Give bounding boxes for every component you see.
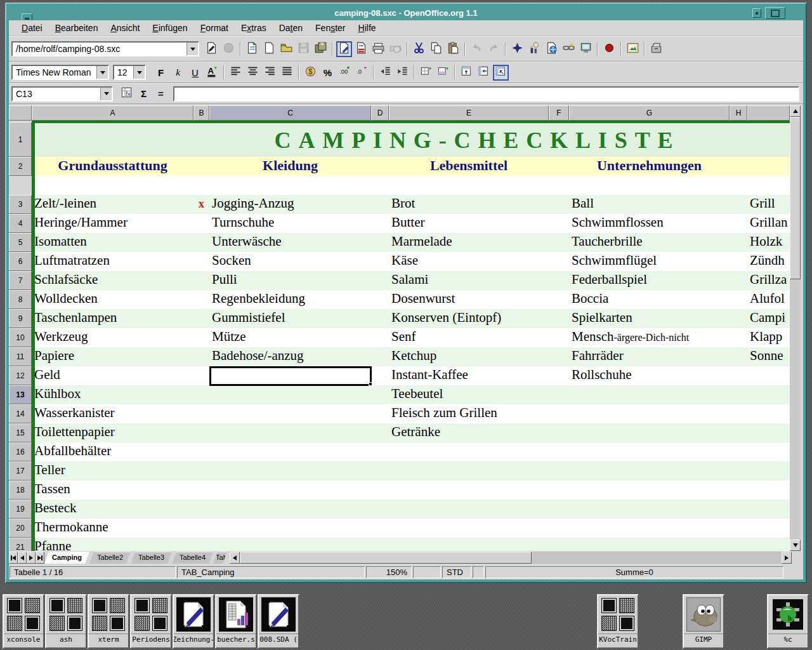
- autopilot-button[interactable]: [527, 41, 542, 57]
- row-header-15[interactable]: 15: [9, 423, 32, 442]
- desktop-icon-ash[interactable]: ash: [45, 594, 87, 649]
- borders-button[interactable]: [418, 65, 434, 81]
- menu-einfgen[interactable]: Einfügen: [146, 22, 193, 34]
- sheet-tab-tabelle2[interactable]: Tabelle2: [89, 552, 131, 564]
- cell-G6[interactable]: Schwimmflügel: [569, 252, 730, 271]
- checkmark-b3[interactable]: x: [199, 197, 204, 211]
- cut-button[interactable]: [411, 41, 427, 57]
- cell-E11[interactable]: Ketchup: [389, 347, 549, 366]
- next-sheet-button[interactable]: [27, 552, 36, 564]
- cell-A11[interactable]: Papiere: [32, 347, 193, 366]
- cell-I11[interactable]: Sonne: [747, 347, 790, 366]
- cell-E4[interactable]: Butter: [389, 214, 549, 233]
- row-header-21[interactable]: 21: [9, 538, 32, 551]
- cell-A20[interactable]: Thermokanne: [32, 519, 193, 538]
- hscroll-right-button[interactable]: [782, 552, 792, 564]
- paste-button[interactable]: [445, 41, 461, 57]
- selected-cell-cursor[interactable]: [209, 366, 372, 386]
- row-header-14[interactable]: 14: [9, 404, 32, 423]
- column-header-H[interactable]: H: [730, 105, 747, 121]
- fix-cols-button[interactable]: [476, 65, 492, 81]
- cell-A12[interactable]: Geld: [32, 366, 193, 385]
- cell-A6[interactable]: Luftmatratzen: [32, 252, 193, 271]
- cell-A10[interactable]: Werkzeug: [32, 328, 193, 347]
- cell-E3[interactable]: Brot: [389, 195, 549, 214]
- cell-C11[interactable]: Badehose/-anzug: [209, 347, 371, 366]
- prev-sheet-button[interactable]: [18, 552, 27, 564]
- row-header-9[interactable]: 9: [9, 309, 32, 328]
- navigator-button[interactable]: [509, 41, 525, 57]
- cell-A19[interactable]: Besteck: [32, 500, 193, 519]
- save-button[interactable]: [296, 41, 311, 57]
- menu-bearbeiten[interactable]: Bearbeiten: [49, 22, 105, 34]
- cell-A18[interactable]: Tassen: [32, 481, 193, 500]
- row-header-3[interactable]: 3: [9, 195, 32, 214]
- status-mode[interactable]: STD: [442, 566, 471, 578]
- copy-button[interactable]: [428, 41, 444, 57]
- row-header-7[interactable]: 7: [9, 271, 32, 290]
- decrease-indent-button[interactable]: [377, 65, 393, 81]
- row-header-18[interactable]: 18: [9, 481, 32, 500]
- status-zoom[interactable]: 150%: [366, 566, 412, 578]
- desktop-icon-buechers[interactable]: buecher.s: [215, 594, 257, 649]
- scroll-up-button[interactable]: [790, 105, 801, 117]
- cell-A21[interactable]: Pfanne: [32, 538, 193, 551]
- cell-G3[interactable]: Ball: [569, 195, 730, 214]
- name-box[interactable]: C13: [11, 86, 113, 102]
- save-all-button[interactable]: [313, 41, 329, 57]
- menu-format[interactable]: Format: [194, 22, 235, 34]
- hscroll-left-button[interactable]: [230, 552, 240, 564]
- cell-I6[interactable]: Zündh: [747, 252, 790, 271]
- column-header-B[interactable]: B: [193, 105, 209, 121]
- align-left-button[interactable]: [228, 65, 244, 81]
- select-all-corner[interactable]: [9, 105, 32, 121]
- row-header-17[interactable]: 17: [9, 461, 32, 481]
- percent-button[interactable]: %: [320, 65, 336, 81]
- menu-hilfe[interactable]: Hilfe: [352, 22, 383, 34]
- function-autopilot-button[interactable]: fx: [119, 86, 134, 102]
- vertical-scroll-thumb[interactable]: [790, 117, 801, 279]
- cell-I5[interactable]: Holzk: [747, 233, 790, 252]
- menu-ansicht[interactable]: Ansicht: [104, 22, 146, 34]
- desktop-icon-zeichnung[interactable]: Zeichnung-: [173, 594, 214, 649]
- cell-E10[interactable]: Senf: [389, 328, 549, 347]
- desktop-icon-008sda[interactable]: 008.SDA (: [258, 594, 299, 649]
- new-doc-button[interactable]: [261, 41, 277, 57]
- align-justify-button[interactable]: [279, 65, 295, 81]
- scroll-down-button[interactable]: [790, 540, 801, 551]
- currency-button[interactable]: $: [303, 65, 318, 81]
- cell-I10[interactable]: Klapp: [747, 328, 790, 347]
- formula-input[interactable]: [173, 86, 799, 102]
- bold-button[interactable]: F: [153, 65, 169, 81]
- desktop-icon-c[interactable]: %c: [767, 594, 809, 649]
- export-doc-button[interactable]: [353, 41, 369, 57]
- cell-E15[interactable]: Getränke: [389, 423, 549, 442]
- last-sheet-button[interactable]: [36, 552, 44, 564]
- row-header-4[interactable]: 4: [9, 214, 32, 233]
- column-header-F[interactable]: F: [549, 105, 569, 121]
- maximize-button[interactable]: [765, 7, 785, 19]
- column-header-partial[interactable]: [747, 105, 790, 121]
- font-name-combobox[interactable]: Times New Roman: [11, 65, 109, 80]
- cell-A4[interactable]: Heringe/Hammer: [32, 214, 193, 233]
- vertical-scrollbar[interactable]: [790, 105, 801, 551]
- cell-A13[interactable]: Kühlbox: [32, 385, 193, 404]
- row-header-2[interactable]: 2: [9, 157, 32, 176]
- load-url-button[interactable]: [204, 41, 219, 57]
- cell-E5[interactable]: Marmelade: [389, 233, 549, 252]
- font-size-combobox[interactable]: 12: [113, 65, 146, 80]
- cell-A3[interactable]: Zelt/-leinen: [32, 195, 193, 214]
- cell-G7[interactable]: Federballspiel: [569, 271, 730, 290]
- column-header-A[interactable]: A: [32, 105, 193, 121]
- cell-G11[interactable]: Fahrräder: [569, 347, 730, 366]
- new-from-template-button[interactable]: [244, 41, 260, 57]
- cell-I3[interactable]: Grill: [747, 195, 790, 214]
- row-header-10[interactable]: 10: [9, 328, 32, 347]
- column-header-D[interactable]: D: [371, 105, 389, 121]
- cell-A8[interactable]: Wolldecken: [32, 290, 193, 309]
- sheet-tab-tabelle3[interactable]: Tabelle3: [131, 552, 172, 564]
- stop-button[interactable]: [221, 41, 237, 57]
- cell-G10[interactable]: Mensch-ärgere-Dich-nicht: [569, 328, 730, 347]
- cell-C10[interactable]: Mütze: [209, 328, 371, 347]
- spreadsheet-grid[interactable]: CAMPING-CHECKLISTEGrundausstattungKleidu…: [32, 121, 790, 551]
